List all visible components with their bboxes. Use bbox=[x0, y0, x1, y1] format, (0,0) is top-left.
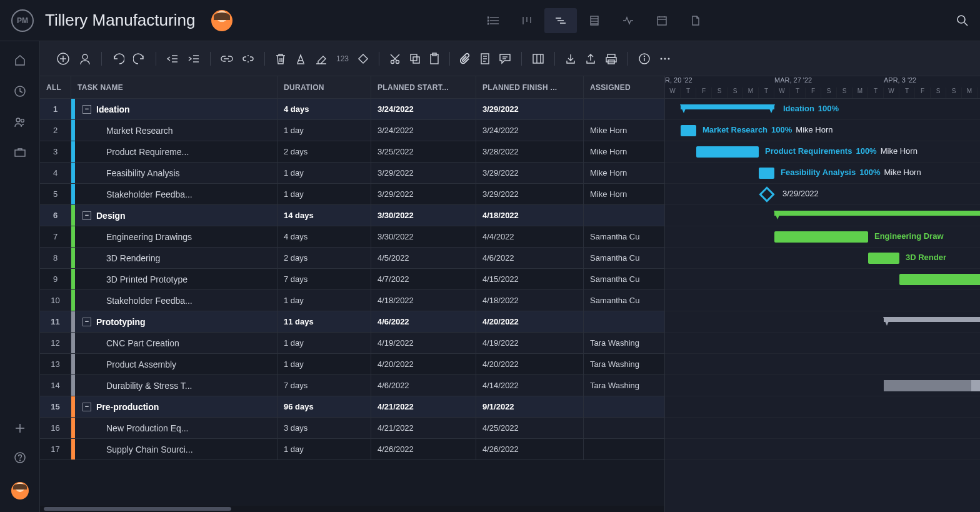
finish-cell[interactable]: 3/29/2022 bbox=[476, 163, 584, 184]
team-icon[interactable] bbox=[14, 116, 26, 128]
finish-cell[interactable]: 3/29/2022 bbox=[476, 184, 584, 205]
finish-cell[interactable]: 4/6/2022 bbox=[476, 248, 584, 269]
table-row[interactable]: 14Durability & Stress T...7 days4/6/2022… bbox=[40, 375, 664, 396]
start-cell[interactable]: 4/21/2022 bbox=[371, 418, 476, 439]
numbering-button[interactable]: 123 bbox=[334, 52, 351, 66]
home-icon[interactable] bbox=[14, 54, 26, 66]
finish-cell[interactable]: 9/1/2022 bbox=[476, 396, 584, 418]
assigned-cell[interactable]: Samantha Cu bbox=[584, 269, 664, 290]
task-cell[interactable]: Stakeholder Feedba... bbox=[71, 290, 278, 311]
duration-cell[interactable]: 1 day bbox=[278, 333, 371, 354]
task-cell[interactable]: 3D Printed Prototype bbox=[71, 269, 278, 290]
comment-button[interactable] bbox=[496, 51, 514, 67]
table-row[interactable]: 11−Prototyping11 days4/6/20224/20/2022 bbox=[40, 311, 664, 333]
task-cell[interactable]: CNC Part Creation bbox=[71, 333, 278, 354]
table-row[interactable]: 10Stakeholder Feedba...1 day4/18/20224/1… bbox=[40, 290, 664, 311]
paste-button[interactable] bbox=[427, 50, 442, 68]
add-task-button[interactable] bbox=[54, 49, 72, 68]
calendar-view-icon[interactable] bbox=[646, 8, 678, 33]
gantt-row[interactable]: Feasibility Analysis100%Mike Horn bbox=[665, 163, 980, 184]
table-row[interactable]: 15−Pre-production96 days4/21/20229/1/202… bbox=[40, 396, 664, 418]
duration-cell[interactable]: 1 day bbox=[278, 120, 371, 141]
task-cell[interactable]: Durability & Stress T... bbox=[71, 375, 278, 396]
gantt-row[interactable]: Market Research100%Mike Horn bbox=[665, 120, 980, 141]
task-cell[interactable]: Market Research bbox=[71, 120, 278, 141]
collapse-icon[interactable]: − bbox=[82, 211, 91, 220]
milestone-button[interactable] bbox=[355, 51, 371, 67]
table-row[interactable]: 6−Design14 days3/30/20224/18/2022 bbox=[40, 205, 664, 226]
undo-button[interactable] bbox=[109, 51, 127, 67]
table-row[interactable]: 5Stakeholder Feedba...1 day3/29/20223/29… bbox=[40, 184, 664, 205]
copy-button[interactable] bbox=[407, 51, 423, 67]
indent-button[interactable] bbox=[185, 52, 202, 66]
duration-cell[interactable]: 1 day bbox=[278, 439, 371, 460]
table-row[interactable]: 7Engineering Drawings4 days3/30/20224/4/… bbox=[40, 226, 664, 248]
assigned-cell[interactable]: Mike Horn bbox=[584, 120, 664, 141]
assigned-cell[interactable] bbox=[584, 205, 664, 226]
duration-cell[interactable]: 11 days bbox=[278, 311, 371, 333]
task-cell[interactable]: Feasibility Analysis bbox=[71, 163, 278, 184]
table-row[interactable]: 4Feasibility Analysis1 day3/29/20223/29/… bbox=[40, 163, 664, 184]
cut-button[interactable] bbox=[387, 51, 403, 67]
gantt-row[interactable] bbox=[665, 396, 980, 418]
assigned-cell[interactable] bbox=[584, 418, 664, 439]
gantt-bar[interactable] bbox=[884, 380, 980, 391]
outdent-button[interactable] bbox=[164, 52, 181, 66]
task-cell[interactable]: −Ideation bbox=[71, 99, 278, 120]
table-row[interactable]: 12CNC Part Creation1 day4/19/20224/19/20… bbox=[40, 333, 664, 354]
clear-format-button[interactable] bbox=[312, 51, 330, 67]
horizontal-scrollbar[interactable] bbox=[40, 506, 664, 512]
delete-button[interactable] bbox=[272, 50, 289, 68]
file-view-icon[interactable] bbox=[679, 8, 712, 33]
notes-button[interactable] bbox=[478, 50, 492, 68]
start-cell[interactable]: 3/25/2022 bbox=[371, 141, 476, 163]
duration-cell[interactable]: 7 days bbox=[278, 375, 371, 396]
start-cell[interactable]: 4/21/2022 bbox=[371, 396, 476, 418]
assigned-cell[interactable]: Mike Horn bbox=[584, 141, 664, 163]
project-avatar[interactable] bbox=[211, 10, 232, 31]
logo[interactable]: PM bbox=[11, 9, 34, 32]
duration-cell[interactable]: 4 days bbox=[278, 99, 371, 120]
attach-button[interactable] bbox=[458, 50, 474, 68]
task-cell[interactable]: Engineering Drawings bbox=[71, 226, 278, 248]
export-button[interactable] bbox=[582, 51, 599, 67]
collapse-icon[interactable]: − bbox=[82, 105, 91, 114]
col-task[interactable]: TASK NAME bbox=[71, 76, 278, 99]
gantt-bar[interactable] bbox=[696, 146, 759, 158]
col-duration[interactable]: DURATION bbox=[278, 76, 371, 99]
link-button[interactable] bbox=[218, 53, 236, 65]
gantt-row[interactable] bbox=[665, 205, 980, 226]
activity-view-icon[interactable] bbox=[612, 8, 644, 33]
gantt-row[interactable] bbox=[665, 439, 980, 460]
finish-cell[interactable]: 4/20/2022 bbox=[476, 311, 584, 333]
milestone-icon[interactable] bbox=[759, 186, 774, 202]
duration-cell[interactable]: 14 days bbox=[278, 205, 371, 226]
start-cell[interactable]: 4/6/2022 bbox=[371, 375, 476, 396]
gantt-row[interactable]: Product Requirements100%Mike Horn bbox=[665, 141, 980, 163]
start-cell[interactable]: 4/6/2022 bbox=[371, 311, 476, 333]
start-cell[interactable]: 3/24/2022 bbox=[371, 120, 476, 141]
assigned-cell[interactable] bbox=[584, 439, 664, 460]
duration-cell[interactable]: 2 days bbox=[278, 141, 371, 163]
add-icon[interactable] bbox=[15, 423, 25, 433]
gantt-bar[interactable] bbox=[899, 274, 980, 285]
task-cell[interactable]: Product Assembly bbox=[71, 354, 278, 375]
table-row[interactable]: 1−Ideation4 days3/24/20223/29/2022 bbox=[40, 99, 664, 120]
start-cell[interactable]: 3/30/2022 bbox=[371, 205, 476, 226]
finish-cell[interactable]: 4/26/2022 bbox=[476, 439, 584, 460]
finish-cell[interactable]: 4/18/2022 bbox=[476, 290, 584, 311]
duration-cell[interactable]: 2 days bbox=[278, 248, 371, 269]
gantt-row[interactable] bbox=[665, 375, 980, 396]
info-button[interactable] bbox=[636, 50, 653, 68]
table-row[interactable]: 93D Printed Prototype7 days4/7/20224/15/… bbox=[40, 269, 664, 290]
columns-button[interactable] bbox=[529, 51, 547, 67]
redo-button[interactable] bbox=[131, 51, 148, 67]
gantt-view-icon[interactable] bbox=[544, 8, 577, 33]
duration-cell[interactable]: 1 day bbox=[278, 163, 371, 184]
duration-cell[interactable]: 4 days bbox=[278, 226, 371, 248]
finish-cell[interactable]: 4/20/2022 bbox=[476, 354, 584, 375]
briefcase-icon[interactable] bbox=[14, 146, 26, 158]
gantt-bar[interactable] bbox=[774, 231, 868, 243]
gantt-row[interactable] bbox=[665, 311, 980, 333]
assigned-cell[interactable]: Samantha Cu bbox=[584, 248, 664, 269]
